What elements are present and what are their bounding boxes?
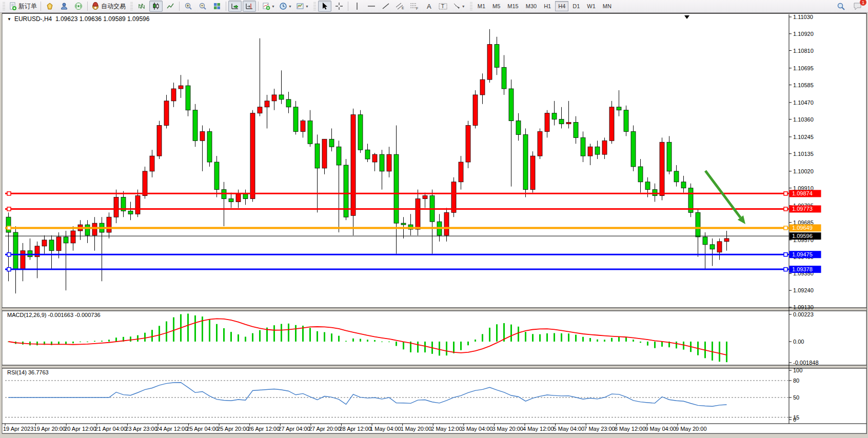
candle-body <box>114 197 119 217</box>
search-button[interactable] <box>834 1 847 12</box>
candle-body <box>258 107 262 113</box>
candle-body <box>143 171 147 196</box>
auto-trading-button[interactable]: 自动交易 <box>90 1 127 12</box>
horizontal-line-tool[interactable] <box>365 1 378 12</box>
candle-body <box>545 113 549 132</box>
notifications-button[interactable]: 1 <box>851 1 864 12</box>
line-handle[interactable] <box>784 253 787 256</box>
price-line-label-text: 1.09475 <box>792 251 813 257</box>
vertical-line-tool[interactable] <box>350 1 364 12</box>
periods-button[interactable]: ▼ <box>278 1 293 12</box>
date-tick-label: 27 Apr 04:00 <box>278 426 310 432</box>
crosshair-button[interactable] <box>332 1 346 12</box>
text-label-icon: T <box>439 2 448 10</box>
line-handle[interactable] <box>784 192 787 195</box>
timeframe-h1[interactable]: H1 <box>541 1 554 11</box>
equidistant-channel-tool[interactable]: E <box>393 1 407 12</box>
line-handle[interactable] <box>7 268 11 271</box>
indicators-button[interactable]: ▼ <box>261 1 277 12</box>
accounts-button[interactable] <box>57 1 71 12</box>
new-order-button[interactable]: 新订单 <box>7 1 38 12</box>
candle-body <box>624 110 628 132</box>
cursor-button[interactable] <box>318 1 331 12</box>
candle-body <box>71 231 75 243</box>
macd-bar <box>245 337 246 342</box>
panel-splitter[interactable] <box>2 365 866 368</box>
timeframe-m30[interactable]: M30 <box>523 1 540 11</box>
signal-icon <box>74 2 83 10</box>
line-handle[interactable] <box>784 226 787 230</box>
zoom-out-button[interactable] <box>196 1 209 12</box>
macd-bar <box>640 342 641 343</box>
candle-body <box>523 134 528 189</box>
line-handle[interactable] <box>784 207 787 211</box>
svg-text:E: E <box>402 6 404 10</box>
panel-splitter[interactable] <box>2 308 866 311</box>
line-handle[interactable] <box>784 268 787 271</box>
macd-bar <box>209 320 210 342</box>
macd-bar <box>159 326 160 342</box>
line-handle[interactable] <box>7 207 11 211</box>
candle-body <box>13 232 18 269</box>
line-chart-mode-button[interactable] <box>164 1 177 12</box>
date-tick-label: 7 May 23:00 <box>584 426 615 432</box>
candle-body <box>703 237 707 245</box>
line-handle[interactable] <box>7 226 11 230</box>
timeframe-w1[interactable]: W1 <box>584 1 599 11</box>
profile-icon <box>60 2 68 10</box>
date-tick-label: 26 Apr 12:00 <box>248 426 280 432</box>
templates-button[interactable]: ▼ <box>294 1 310 12</box>
timeframe-m5[interactable]: M5 <box>489 1 503 11</box>
macd-bar <box>453 342 455 353</box>
date-tick-label: 19 Apr 2023 <box>3 426 33 432</box>
fibonacci-tool[interactable]: F <box>408 1 421 12</box>
trendline-tool[interactable] <box>379 1 392 12</box>
macd-bar <box>604 340 605 342</box>
template-chart-icon <box>296 2 304 10</box>
macd-bar <box>151 330 153 342</box>
market-watch-button[interactable] <box>43 1 56 12</box>
timeframe-m15[interactable]: M15 <box>504 1 521 11</box>
timeframe-h4[interactable]: H4 <box>555 1 568 11</box>
candle-body <box>394 154 399 223</box>
rsi-tick-label: 80 <box>793 377 799 384</box>
candle-body <box>530 156 535 190</box>
auto-scroll-button[interactable] <box>228 1 242 12</box>
line-handle[interactable] <box>7 192 11 195</box>
macd-bar <box>65 342 67 344</box>
date-tick-label: 1 May 20:00 <box>401 426 432 432</box>
text-tool[interactable]: A <box>422 1 436 12</box>
bid-price-label-text: 1.09596 <box>792 233 813 239</box>
timeframe-m1[interactable]: M1 <box>475 1 488 11</box>
candle-body <box>308 121 312 144</box>
timeframe-d1[interactable]: D1 <box>569 1 583 11</box>
candle-body <box>609 107 614 141</box>
date-tick-label: 3 May 04:00 <box>462 426 493 432</box>
line-handle[interactable] <box>7 253 11 256</box>
svg-text:A: A <box>427 3 431 10</box>
chart-shift-button[interactable] <box>243 1 256 12</box>
price-line-label-text: 1.09773 <box>792 206 813 212</box>
macd-bar <box>101 341 103 342</box>
tile-windows-button[interactable] <box>210 1 224 12</box>
arrows-tool[interactable]: ▼ <box>451 1 467 12</box>
timeframe-mn[interactable]: MN <box>600 1 615 11</box>
candlestick-mode-button[interactable] <box>149 1 163 12</box>
candle-body <box>631 131 636 167</box>
chart-canvas[interactable]: 1.110301.109201.108101.106951.105851.104… <box>0 0 868 438</box>
candle-body <box>574 123 578 138</box>
signals-button[interactable] <box>72 1 85 12</box>
candle-body <box>329 139 334 147</box>
candle-body <box>243 194 248 199</box>
symbol-dropdown-arrow[interactable]: ▼ <box>7 17 11 22</box>
tile-windows-icon <box>213 2 221 10</box>
auto-trading-icon <box>91 2 100 10</box>
macd-bar <box>496 324 498 342</box>
bar-chart-mode-button[interactable] <box>135 1 148 12</box>
candle-body <box>480 79 485 95</box>
notification-badge: 1 <box>860 0 866 6</box>
text-label-tool[interactable]: T <box>437 1 450 12</box>
candle-body <box>56 237 61 251</box>
macd-bar <box>568 333 569 342</box>
zoom-in-button[interactable] <box>182 1 195 12</box>
